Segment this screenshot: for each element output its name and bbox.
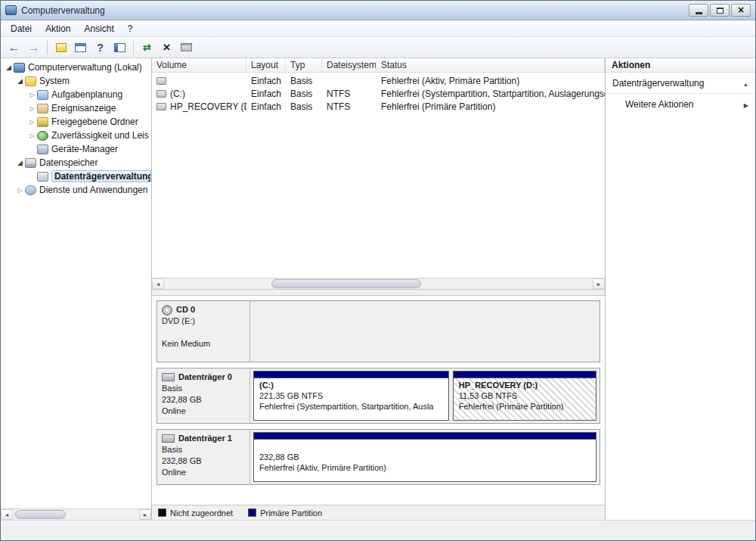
cd-header[interactable]: CD 0 DVD (E:) Kein Medium [157,301,250,362]
statusbar [1,520,755,540]
volume-list: Volume Layout Typ Dateisystem Status Ein… [152,58,605,290]
console-window-button[interactable] [71,39,90,56]
tree-item-zuverlaessigkeit[interactable]: Zuverlässigkeit und Leis [1,129,151,142]
pane-splitter[interactable] [152,290,605,295]
tree-item-dienste-und-anwendungen[interactable]: Dienste und Anwendungen [1,183,151,197]
collapse-arrow-icon[interactable] [27,119,37,126]
column-header-status[interactable]: Status [376,58,605,72]
expand-arrow-icon[interactable] [4,64,14,71]
tree-item-freigegebene-ordner[interactable]: Freigegebene Ordner [1,115,151,129]
maximize-icon [717,8,723,14]
table-row-volume-c[interactable]: (C:) Einfach Basis NTFS Fehlerfrei (Syst… [152,87,605,100]
tree-item-ereignisanzeige[interactable]: Ereignisanzeige [1,101,151,115]
scroll-right-button[interactable] [593,278,605,289]
tree-item-datenspeicher[interactable]: Datenspeicher [1,156,151,169]
new-window-button[interactable] [110,39,129,56]
cd-row[interactable]: CD 0 DVD (E:) Kein Medium [156,300,600,362]
menu-hilfe[interactable]: ? [121,21,140,36]
disk-properties-button[interactable] [177,39,196,56]
collapse-arrow-icon[interactable] [15,187,25,194]
disk1-state-label: Online [162,467,245,478]
more-actions-item[interactable]: Weitere Aktionen [606,94,755,114]
volume-list-horizontal-scrollbar[interactable] [152,278,605,289]
computer-icon [14,63,25,73]
column-header-dateisystem[interactable]: Dateisystem [322,58,376,72]
expand-arrow-icon[interactable] [15,77,25,85]
tree-item-aufgabenplanung[interactable]: Aufgabenplanung [1,88,151,101]
disk0-header[interactable]: Datenträger 0 Basis 232,88 GB Online [157,368,250,423]
maximize-button[interactable] [710,4,730,17]
menu-ansicht[interactable]: Ansicht [77,21,120,36]
disk-properties-icon [181,43,192,51]
hard-disk-icon [162,373,175,381]
partition-hp-recovery[interactable]: HP_RECOVERY (D:) 11,53 GB NTFS Fehlerfre… [453,371,596,421]
disk-rows: CD 0 DVD (E:) Kein Medium Datenträger 0 … [152,296,605,505]
toolbar-separator [47,41,48,54]
disk-management-icon [37,172,48,182]
disk1-header[interactable]: Datenträger 1 Basis 232,88 GB Online [157,430,250,484]
partition-c[interactable]: (C:) 221,35 GB NTFS Fehlerfrei (Systempa… [253,371,449,421]
collapse-arrow-icon[interactable] [27,132,37,139]
legend-item-primary-partition: Primäre Partition [248,508,322,518]
disk1-row: Datenträger 1 Basis 232,88 GB Online 232… [156,429,600,485]
column-header-typ[interactable]: Typ [286,58,322,72]
forward-icon [28,41,40,54]
column-header-layout[interactable]: Layout [246,58,286,72]
collapse-arrow-icon[interactable] [27,92,37,98]
minimize-button[interactable] [689,4,708,17]
menu-aktion[interactable]: Aktion [39,21,77,36]
delete-button[interactable] [157,39,176,56]
cd-body [250,301,600,362]
disk1-body: 232,88 GB Fehlerfrei (Aktiv, Primäre Par… [250,430,600,484]
partition-disk1[interactable]: 232,88 GB Fehlerfrei (Aktiv, Primäre Par… [253,432,596,482]
export-list-button[interactable] [51,39,70,56]
legend: Nicht zugeordnet Primäre Partition [152,505,605,520]
menu-datei[interactable]: Datei [4,21,39,36]
close-button[interactable] [731,4,751,17]
back-icon [8,41,20,54]
new-window-icon [114,43,125,52]
window-title: Computerverwaltung [21,5,105,16]
actions-section-datentraegerverwaltung[interactable]: Datenträgerverwaltung [606,73,755,94]
toolbar-separator [133,41,134,54]
volume-icon [156,90,166,98]
table-row-volume-hp-recovery[interactable]: HP_RECOVERY (D:) Einfach Basis NTFS Fehl… [152,100,605,113]
scrollbar-track[interactable] [13,509,139,520]
tree-item-geraete-manager[interactable]: Geräte-Manager [1,142,151,156]
volume-table-header: Volume Layout Typ Dateisystem Status [152,58,605,73]
tree-item-computerverwaltung[interactable]: Computerverwaltung (Lokal) [1,61,151,74]
tree-item-system[interactable]: System [1,74,151,88]
event-viewer-icon [37,104,48,113]
scroll-left-button[interactable] [152,278,164,289]
help-button[interactable] [91,39,110,56]
back-button[interactable] [5,39,23,56]
refresh-button[interactable] [138,39,156,56]
legend-item-unallocated: Nicht zugeordnet [158,508,233,518]
collapse-arrow-icon[interactable] [27,105,37,112]
table-row-volume-unnamed[interactable]: Einfach Basis Fehlerfrei (Aktiv, Primäre… [152,74,605,87]
disk1-kind-label: Basis [162,444,245,455]
disk0-state-label: Online [162,406,245,417]
collapse-section-icon[interactable] [743,78,748,89]
scrollbar-thumb[interactable] [271,279,421,288]
column-header-volume[interactable]: Volume [152,58,246,72]
cd-spacer [162,327,245,338]
tree-item-datentraegerverwaltung[interactable]: Datenträgerverwaltung [1,169,151,183]
center-pane: Volume Layout Typ Dateisystem Status Ein… [152,58,605,520]
app-icon [5,5,17,15]
disk-graphical-view: CD 0 DVD (E:) Kein Medium Datenträger 0 … [152,295,605,520]
expand-arrow-icon[interactable] [15,159,25,166]
scrollbar-thumb[interactable] [15,510,66,519]
volume-table-body: Einfach Basis Fehlerfrei (Aktiv, Primäre… [152,73,605,278]
scroll-left-button[interactable] [1,509,13,520]
cd-drive-icon [162,305,172,316]
scroll-right-button[interactable] [139,509,151,520]
titlebar[interactable]: Computerverwaltung [1,1,755,20]
device-manager-icon [37,145,48,154]
scrollbar-track[interactable] [164,278,593,289]
window-controls [689,4,751,17]
cd-media-label: Kein Medium [162,338,245,350]
actions-header: Aktionen [606,58,755,73]
forward-button[interactable] [24,39,43,56]
tree-horizontal-scrollbar[interactable] [1,508,151,520]
